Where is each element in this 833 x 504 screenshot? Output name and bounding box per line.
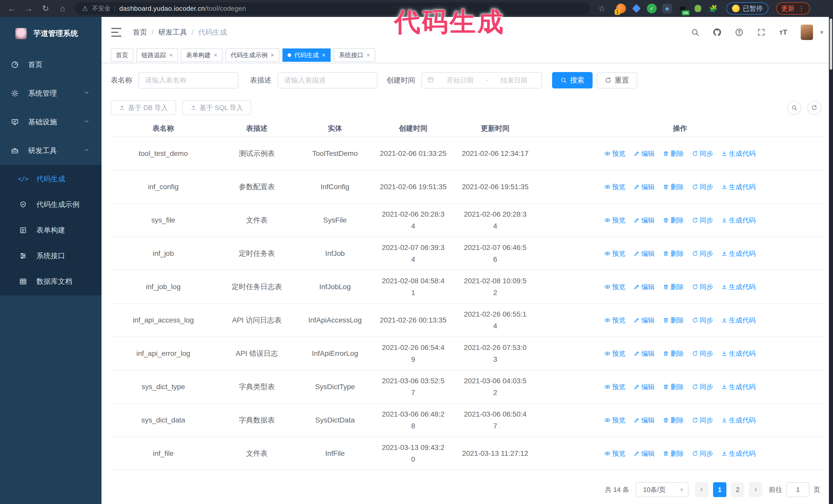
preview-link[interactable]: 预览 [604,383,625,391]
table-name-input[interactable] [138,72,238,89]
edit-link[interactable]: 编辑 [634,416,654,425]
user-avatar[interactable] [801,25,813,40]
toggle-search-button[interactable] [787,101,801,115]
sync-link[interactable]: 同步 [692,383,713,391]
sync-link[interactable]: 同步 [692,249,713,258]
prev-page-button[interactable] [695,482,709,497]
generate-code-link[interactable]: 生成代码 [721,283,756,291]
github-icon[interactable] [713,28,722,37]
close-icon[interactable]: × [366,51,370,59]
generate-code-link[interactable]: 生成代码 [721,383,756,391]
extension-icon-tampermonkey[interactable]: on [678,4,687,13]
tab-system-api[interactable]: 系统接口× [334,48,375,62]
fullscreen-icon[interactable] [757,28,766,37]
extension-icon-grid[interactable]: ◆ [662,4,672,13]
preview-link[interactable]: 预览 [604,249,625,258]
sidebar-item-db-doc[interactable]: 数据库文档 [0,269,101,294]
browser-reload-button[interactable]: ↻ [39,2,52,15]
sync-link[interactable]: 同步 [692,449,713,458]
delete-link[interactable]: 删除 [663,449,684,458]
generate-code-link[interactable]: 生成代码 [721,149,756,158]
generate-code-link[interactable]: 生成代码 [721,216,756,225]
close-icon[interactable]: × [322,51,326,59]
preview-link[interactable]: 预览 [604,349,625,358]
extension-icon-puzzle[interactable]: 🧩 [709,4,718,13]
user-menu-caret-icon[interactable]: ▾ [820,29,823,36]
delete-link[interactable]: 删除 [663,183,684,192]
edit-link[interactable]: 编辑 [634,349,654,358]
date-range-picker[interactable]: 开始日期 - 结束日期 [421,72,542,89]
page-button-2[interactable]: 2 [731,482,744,497]
sidebar-logo[interactable]: 芋道管理系统 [0,17,101,50]
delete-link[interactable]: 删除 [663,383,684,391]
edit-link[interactable]: 编辑 [634,249,654,258]
generate-code-link[interactable]: 生成代码 [721,183,756,192]
page-button-1[interactable]: 1 [713,482,727,497]
delete-link[interactable]: 删除 [663,316,684,325]
edit-link[interactable]: 编辑 [634,183,654,192]
preview-link[interactable]: 预览 [604,283,625,291]
sync-link[interactable]: 同步 [692,349,713,358]
refresh-table-button[interactable] [807,101,821,115]
extension-icon-frog[interactable] [693,4,703,13]
page-size-select[interactable]: 10条/页 ▾ [636,482,688,497]
address-bar[interactable]: ⚠ 不安全 dashboard.yudao.iocoder.cn/tool/co… [75,2,590,15]
breadcrumb-home[interactable]: 首页 [133,27,147,37]
search-icon[interactable] [690,28,700,37]
sync-link[interactable]: 同步 [692,416,713,425]
browser-update-button[interactable]: 更新 ⋮ [776,2,810,15]
delete-link[interactable]: 删除 [663,216,684,225]
edit-link[interactable]: 编辑 [634,383,654,391]
next-page-button[interactable] [749,482,762,497]
edit-link[interactable]: 编辑 [634,216,654,225]
sync-link[interactable]: 同步 [692,149,713,158]
extension-icon-orange[interactable]: 1 [616,4,626,13]
browser-home-button[interactable]: ⌂ [56,2,69,15]
close-icon[interactable]: × [214,51,217,59]
extension-icon-check[interactable]: ✓ [647,4,657,13]
security-label[interactable]: 不安全 [92,4,111,13]
sidebar-item-codegen[interactable]: </> 代码生成 [0,166,101,192]
preview-link[interactable]: 预览 [604,449,625,458]
tab-tracing[interactable]: 链路追踪× [136,48,178,62]
goto-page-input[interactable] [786,482,809,497]
delete-link[interactable]: 删除 [663,149,684,158]
edit-link[interactable]: 编辑 [634,449,654,458]
sidebar-item-home[interactable]: 首页 [0,50,101,79]
preview-link[interactable]: 预览 [604,316,625,325]
tab-codegen-demo[interactable]: 代码生成示例× [225,48,279,62]
generate-code-link[interactable]: 生成代码 [721,449,756,458]
profile-paused-badge[interactable]: 已暂停 [727,2,768,15]
reset-button[interactable]: 重置 [597,72,637,89]
sync-link[interactable]: 同步 [692,216,713,225]
window-scrollbar[interactable] [829,17,833,504]
delete-link[interactable]: 删除 [663,283,684,291]
tab-form-builder[interactable]: 表单构建× [181,48,222,62]
extension-icon-gem[interactable] [632,4,641,13]
browser-forward-button[interactable]: → [22,2,35,15]
sidebar-item-infra[interactable]: 基础设施 [0,108,101,136]
sidebar-item-devtools[interactable]: 研发工具 [0,136,101,165]
delete-link[interactable]: 删除 [663,416,684,425]
sidebar-item-system[interactable]: 系统管理 [0,79,101,108]
font-size-icon[interactable]: ᴛT [779,28,788,37]
close-icon[interactable]: × [169,51,173,59]
browser-menu-icon[interactable]: ⋮ [798,5,805,13]
scrollbar-thumb[interactable] [830,19,832,70]
help-icon[interactable] [735,28,744,37]
edit-link[interactable]: 编辑 [634,316,654,325]
preview-link[interactable]: 预览 [604,216,625,225]
close-icon[interactable]: × [271,51,274,59]
sidebar-item-codegen-demo[interactable]: 代码生成示例 [0,192,101,217]
sync-link[interactable]: 同步 [692,183,713,192]
table-desc-input[interactable] [278,72,378,89]
import-db-button[interactable]: 基于 DB 导入 [111,100,176,115]
bookmark-star-icon[interactable]: ☆ [595,2,609,15]
generate-code-link[interactable]: 生成代码 [721,249,756,258]
tab-codegen[interactable]: 代码生成× [282,48,331,62]
browser-back-button[interactable]: ← [5,2,19,15]
generate-code-link[interactable]: 生成代码 [721,349,756,358]
search-button[interactable]: 搜索 [552,72,593,89]
preview-link[interactable]: 预览 [604,183,625,192]
sync-link[interactable]: 同步 [692,316,713,325]
